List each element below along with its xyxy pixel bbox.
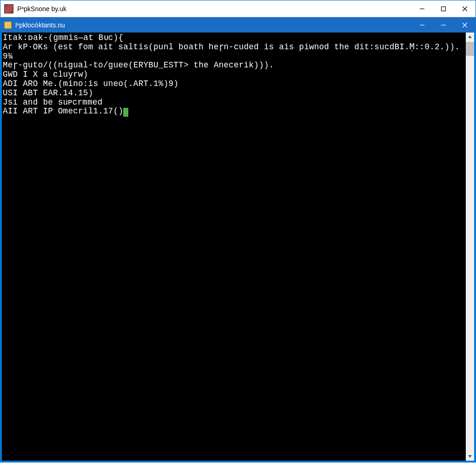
outer-window-title: PᵃpkSnone by.uk — [17, 5, 411, 13]
terminal-line: ADI ARO Me.(mino:is uneo(.ART.1%)9) — [3, 79, 465, 89]
scroll-thumb[interactable] — [466, 42, 474, 56]
inner-minimize-button-2[interactable] — [433, 17, 454, 33]
terminal-line: Itak:ᴅak-(gmmis—at Bᴜc){ — [3, 33, 465, 43]
scroll-down-arrow[interactable] — [466, 452, 474, 461]
inner-window-title: lⁿpklocȯktants.nu — [15, 21, 411, 29]
terminal-wrapper: Itak:ᴅak-(gmmis—at Bᴜc){Ar kP·OKs (est f… — [0, 33, 476, 462]
scroll-track[interactable] — [466, 56, 474, 452]
terminal-line: Jsi and be suᴘcrmmed — [3, 98, 465, 107]
terminal-icon — [4, 21, 12, 29]
close-button[interactable] — [454, 0, 476, 17]
outer-window: PᵃpkSnone by.uk lⁿpklocȯktants.nu — [0, 0, 476, 463]
terminal-cursor — [123, 108, 128, 117]
inner-window: lⁿpklocȯktants.nu Itak:ᴅak-(gmmis—at Bᴜc… — [0, 17, 476, 462]
inner-minimize-button[interactable] — [411, 17, 433, 33]
terminal-last-line: AII ART IP Omecril1.17() — [3, 107, 465, 116]
outer-window-controls — [411, 0, 476, 17]
terminal-line: USI ABT EAR.14.15) — [3, 89, 465, 98]
terminal-line: GWD I X a cluyrw) — [3, 70, 465, 79]
terminal-output[interactable]: Itak:ᴅak-(gmmis—at Bᴜc){Ar kP·OKs (est f… — [2, 33, 466, 461]
vertical-scrollbar[interactable] — [466, 33, 474, 461]
inner-close-button[interactable] — [454, 17, 476, 33]
scroll-up-arrow[interactable] — [466, 33, 474, 41]
minimize-button[interactable] — [411, 0, 433, 17]
inner-titlebar: lⁿpklocȯktants.nu — [0, 17, 476, 33]
inner-window-controls — [411, 17, 476, 33]
terminal-line: Meɼ-guto/((nigual-to/guee(ERYBU_ESTT> th… — [3, 61, 465, 70]
terminal-line: 9¾ — [3, 52, 465, 61]
maximize-button[interactable] — [433, 0, 454, 17]
svg-rect-1 — [442, 7, 446, 11]
app-icon — [4, 4, 13, 13]
terminal-last-text: AII ART IP Omecril1.17() — [3, 106, 123, 116]
outer-titlebar: PᵃpkSnone by.uk — [0, 0, 476, 17]
terminal-line: Ar kP·OKs (est fom ait saltis(punl boath… — [3, 43, 465, 52]
